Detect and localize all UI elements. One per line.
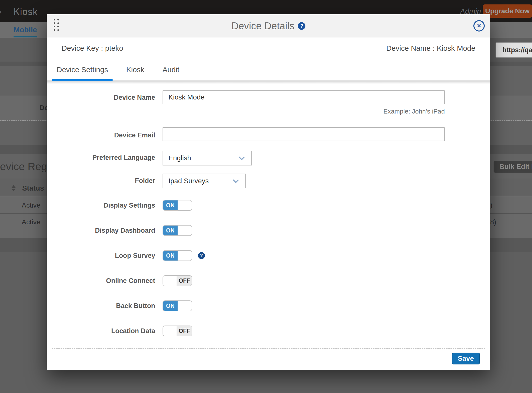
display-dashboard-toggle[interactable]: ON (163, 225, 192, 236)
display-settings-toggle[interactable]: ON (163, 200, 192, 211)
breadcrumb-chevron-icon: › (0, 6, 2, 17)
toggle-on-label: ON (163, 251, 178, 261)
toggle-row-loop-survey: Loop SurveyON? (47, 250, 490, 261)
toggle-knob (178, 226, 192, 235)
device-key-text: Device Key : pteko (62, 44, 123, 52)
display-settings-label: Display Settings (47, 202, 155, 209)
device-label-fragment: De (0, 104, 48, 112)
toggle-row-display-settings: Display SettingsON (47, 200, 490, 211)
online-connect-label: Online Connect (47, 277, 155, 285)
tab-audit[interactable]: Audit (158, 59, 184, 80)
device-name-label: Device Name (47, 94, 155, 101)
loop-survey-label: Loop Survey (47, 252, 155, 260)
device-name-hint: Example: John's iPad (163, 108, 445, 115)
toggle-knob (178, 200, 192, 210)
status-cell: Active (22, 218, 40, 226)
folder-value: Ipad Surveys (168, 177, 209, 185)
device-email-label: Device Email (47, 131, 155, 139)
location-data-label: Location Data (47, 327, 155, 335)
preferred-language-value: English (168, 154, 191, 162)
help-icon[interactable]: ? (298, 22, 305, 30)
location-data-toggle[interactable]: OFF (163, 326, 192, 336)
page-title: Kiosk (14, 7, 38, 17)
device-registration-heading: evice Registr (0, 161, 47, 173)
device-name-input[interactable] (163, 90, 445, 104)
modal-tab-bar: Device Settings Kiosk Audit (47, 59, 490, 81)
device-details-modal: Device Details ? ✕ Device Key : pteko De… (47, 14, 490, 370)
folder-label: Folder (47, 177, 155, 185)
toggle-knob (178, 301, 192, 311)
row-right-fragment: ) (490, 201, 492, 209)
tab-bar-shadow (47, 81, 490, 84)
toggle-row-back-button: Back ButtonON (47, 300, 490, 311)
preferred-language-label: Preferred Language (47, 154, 155, 162)
toggle-on-label: ON (163, 301, 178, 311)
chevron-down-icon (239, 154, 245, 160)
status-column-header[interactable]: Status (22, 184, 44, 192)
toggle-row-location-data: Location DataOFF (47, 326, 490, 336)
status-cell: Active (22, 201, 40, 209)
row-right-fragment: 8) (490, 218, 496, 226)
sort-icon[interactable] (12, 185, 16, 192)
toggle-row-display-dashboard: Display DashboardON (47, 225, 490, 236)
bulk-edit-devices-button[interactable]: Bulk Edit Dev (494, 161, 532, 173)
back-button-label: Back Button (47, 302, 155, 310)
chevron-down-icon (233, 177, 239, 183)
toggle-row-online-connect: Online ConnectOFF (47, 275, 490, 286)
loop-survey-toggle[interactable]: ON (163, 250, 192, 261)
toggle-on-label: ON (163, 226, 178, 235)
close-icon[interactable]: ✕ (473, 20, 485, 32)
modal-subheader: Device Key : pteko Device Name : Kiosk M… (47, 37, 490, 59)
loop-survey-help-icon[interactable]: ? (198, 252, 205, 259)
modal-title: Device Details (232, 20, 295, 32)
modal-header: Device Details ? ✕ (47, 14, 490, 37)
back-button-toggle[interactable]: ON (163, 300, 192, 311)
tab-device-settings[interactable]: Device Settings (52, 59, 113, 80)
save-button[interactable]: Save (452, 353, 480, 364)
toggle-knob (163, 276, 177, 286)
preferred-language-select[interactable]: English (163, 151, 252, 165)
footer-divider (52, 348, 485, 349)
device-name-text: Device Name : Kiosk Mode (386, 44, 475, 52)
tab-kiosk[interactable]: Kiosk (121, 59, 149, 80)
device-email-input[interactable] (163, 127, 445, 141)
display-dashboard-label: Display Dashboard (47, 227, 155, 234)
toggle-on-label: ON (163, 200, 178, 210)
toggle-off-label: OFF (177, 276, 192, 286)
toggle-knob (178, 251, 192, 261)
toggle-knob (163, 326, 177, 336)
toggle-off-label: OFF (177, 326, 192, 336)
tab-mobile[interactable]: Mobile (14, 26, 37, 37)
upgrade-now-button[interactable]: Upgrade Now (483, 4, 532, 18)
folder-select[interactable]: Ipad Surveys (163, 174, 246, 188)
url-input[interactable]: https://qa.c (496, 42, 532, 58)
online-connect-toggle[interactable]: OFF (163, 275, 192, 286)
